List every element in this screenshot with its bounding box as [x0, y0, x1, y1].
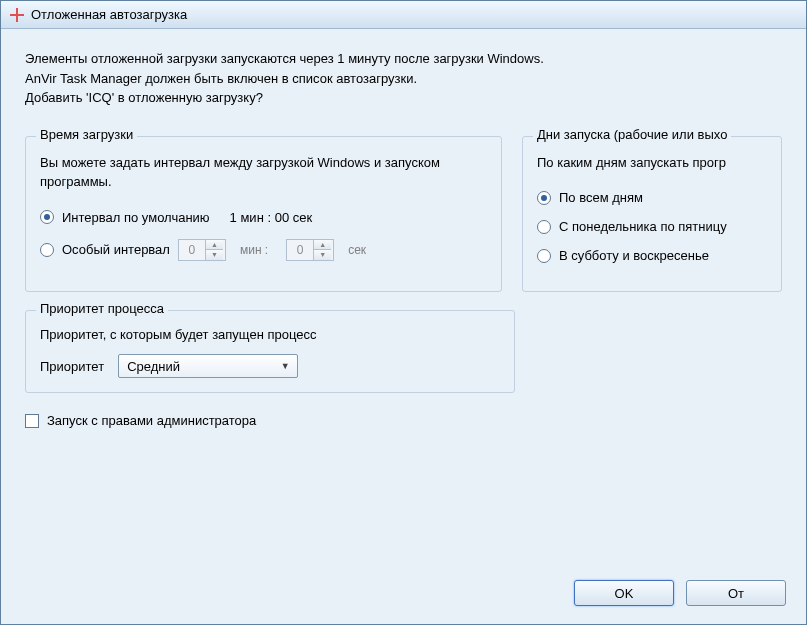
window-title: Отложенная автозагрузка — [31, 7, 187, 22]
unit-minutes: мин : — [240, 243, 268, 257]
plus-icon — [9, 7, 25, 23]
radio-label[interactable]: Интервал по умолчанию — [62, 210, 210, 225]
helper-text: Вы можете задать интервал между загрузко… — [40, 153, 487, 192]
minutes-input[interactable] — [179, 243, 205, 257]
description-line: AnVir Task Manager должен быть включен в… — [25, 69, 782, 89]
button-label: От — [728, 586, 744, 601]
group-priority: Приоритет процесса Приоритет, с которым … — [25, 310, 515, 393]
radio-row-all-days[interactable]: По всем дням — [537, 190, 767, 205]
dropdown-value: Средний — [127, 359, 180, 374]
stepper-down-icon[interactable]: ▼ — [206, 250, 223, 260]
seconds-stepper[interactable]: ▲ ▼ — [286, 239, 334, 261]
priority-dropdown[interactable]: Средний ▼ — [118, 354, 298, 378]
button-row: OK От — [574, 580, 786, 606]
ok-button[interactable]: OK — [574, 580, 674, 606]
checkbox-label[interactable]: Запуск с правами администратора — [47, 413, 256, 428]
unit-seconds: сек — [348, 243, 366, 257]
group-title: Время загрузки — [36, 127, 137, 142]
radio-label[interactable]: В субботу и воскресенье — [559, 248, 709, 263]
description-line: Добавить 'ICQ' в отложенную загрузку? — [25, 88, 782, 108]
minutes-stepper[interactable]: ▲ ▼ — [178, 239, 226, 261]
radio-row-weekdays[interactable]: С понедельника по пятницу — [537, 219, 767, 234]
stepper-up-icon[interactable]: ▲ — [314, 240, 331, 251]
helper-text: Приоритет, с которым будет запущен проце… — [40, 327, 500, 342]
button-label: OK — [615, 586, 634, 601]
radio-row-custom-interval[interactable]: Особый интервал ▲ ▼ мин : ▲ ▼ — [40, 239, 487, 261]
titlebar[interactable]: Отложенная автозагрузка — [1, 1, 806, 29]
stepper-up-icon[interactable]: ▲ — [206, 240, 223, 251]
admin-checkbox[interactable] — [25, 414, 39, 428]
radio-default-interval[interactable] — [40, 210, 54, 224]
default-interval-value: 1 мин : 00 сек — [230, 210, 313, 225]
priority-label: Приоритет — [40, 359, 104, 374]
radio-label[interactable]: С понедельника по пятницу — [559, 219, 727, 234]
dialog-window: Отложенная автозагрузка Элементы отложен… — [0, 0, 807, 625]
description-line: Элементы отложенной загрузки запускаются… — [25, 49, 782, 69]
group-load-time: Время загрузки Вы можете задать интервал… — [25, 136, 502, 293]
group-title: Приоритет процесса — [36, 301, 168, 316]
group-launch-days: Дни запуска (рабочие или выхо По каким д… — [522, 136, 782, 293]
radio-weekend[interactable] — [537, 249, 551, 263]
radio-all-days[interactable] — [537, 191, 551, 205]
dialog-content: Элементы отложенной загрузки запускаются… — [1, 29, 806, 624]
radio-custom-interval[interactable] — [40, 243, 54, 257]
radio-weekdays[interactable] — [537, 220, 551, 234]
description-text: Элементы отложенной загрузки запускаются… — [25, 49, 782, 108]
helper-text: По каким дням запускать прогр — [537, 153, 767, 173]
seconds-input[interactable] — [287, 243, 313, 257]
radio-row-weekend[interactable]: В субботу и воскресенье — [537, 248, 767, 263]
radio-row-default-interval[interactable]: Интервал по умолчанию 1 мин : 00 сек — [40, 210, 487, 225]
stepper-down-icon[interactable]: ▼ — [314, 250, 331, 260]
radio-label[interactable]: Особый интервал — [62, 242, 170, 257]
admin-checkbox-row[interactable]: Запуск с правами администратора — [25, 413, 782, 428]
radio-label[interactable]: По всем дням — [559, 190, 643, 205]
cancel-button[interactable]: От — [686, 580, 786, 606]
chevron-down-icon: ▼ — [277, 361, 293, 371]
group-title: Дни запуска (рабочие или выхо — [533, 127, 731, 142]
